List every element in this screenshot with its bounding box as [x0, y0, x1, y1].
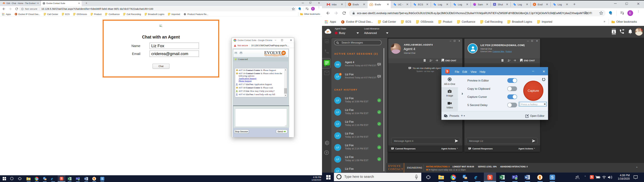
svg-text:IP: IP — [371, 4, 372, 5]
svg-text:E: E — [534, 3, 535, 5]
svg-text:X: X — [68, 178, 70, 180]
svg-text:W: W — [525, 176, 528, 179]
svg-text:IP: IP — [327, 30, 329, 33]
svg-text:S: S — [494, 4, 495, 5]
svg-text:C: C — [342, 21, 344, 23]
svg-text:C: C — [349, 3, 350, 5]
svg-text:X: X — [500, 176, 502, 179]
svg-text:EIP: EIP — [3, 3, 5, 4]
svg-text:C: C — [15, 13, 16, 15]
svg-text:T: T — [513, 176, 514, 178]
svg-text:W: W — [84, 178, 86, 180]
svg-text:T: T — [76, 178, 78, 180]
